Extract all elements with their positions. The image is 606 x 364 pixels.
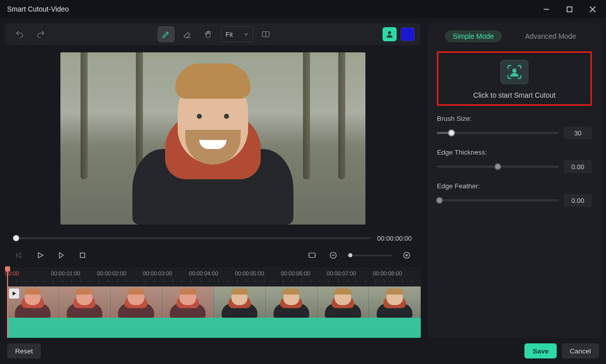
timeline-label: 00:00: [5, 270, 19, 276]
edge-feather-slider[interactable]: [437, 196, 559, 205]
seek-bar: 00:00:00:00: [5, 231, 421, 245]
edge-feather-control: Edge Feather: 0.00: [437, 182, 592, 207]
video-preview[interactable]: [60, 52, 365, 225]
app-window: Smart Cutout-Video Fit: [0, 0, 606, 364]
svg-rect-9: [309, 253, 315, 258]
timecode-display: 00:00:00:00: [377, 235, 412, 242]
hand-tool-button[interactable]: [200, 26, 217, 42]
edge-thickness-control: Edge Thickness: 0.00: [437, 149, 592, 173]
smart-cutout-label: Click to start Smart Cutout: [473, 91, 555, 99]
brush-size-value[interactable]: 30: [564, 126, 592, 139]
start-smart-cutout-button[interactable]: [500, 60, 528, 84]
settings-panel: Simple Mode Advanced Mode Click to start…: [428, 23, 601, 338]
minimize-button[interactable]: [542, 5, 551, 14]
zoom-slider[interactable]: [347, 255, 393, 256]
advanced-mode-tab[interactable]: Advanced Mode: [517, 30, 584, 42]
edge-thickness-slider[interactable]: [437, 162, 559, 171]
chevron-down-icon: [244, 32, 249, 37]
timeline-label: 00:00:06:00: [281, 270, 310, 276]
smart-cutout-callout: Click to start Smart Cutout: [437, 51, 592, 106]
svg-rect-1: [567, 7, 572, 12]
timeline-thumbnails[interactable]: [7, 286, 421, 318]
clip-play-icon: [9, 288, 19, 299]
mode-switch: Simple Mode Advanced Mode: [437, 30, 592, 42]
brush-size-label: Brush Size:: [437, 115, 592, 122]
eraser-tool-button[interactable]: [179, 26, 196, 42]
mark-range-button[interactable]: [305, 248, 319, 262]
zoom-knob[interactable]: [348, 253, 352, 257]
redo-button[interactable]: [32, 26, 49, 42]
next-frame-button[interactable]: [54, 248, 68, 262]
edge-thickness-value[interactable]: 0.00: [564, 160, 592, 173]
save-button[interactable]: Save: [524, 343, 557, 358]
zoom-fit-label: Fit: [225, 31, 233, 38]
svg-point-6: [388, 31, 391, 34]
timeline-thumb: [318, 286, 369, 318]
timeline-label: 00:00:07:00: [327, 270, 356, 276]
preview-viewport: [5, 45, 421, 231]
timeline: 00:00 00:00:01:00 00:00:02:00 00:00:03:0…: [5, 267, 421, 338]
stop-button[interactable]: [75, 248, 90, 262]
playback-controls: [5, 245, 421, 265]
maximize-button[interactable]: [565, 5, 574, 14]
timeline-label: 00:00:05:00: [235, 270, 264, 276]
footer: Reset Save Cancel: [0, 338, 606, 364]
zoom-in-button[interactable]: [400, 248, 414, 262]
close-button[interactable]: [588, 5, 597, 14]
brush-tool-button[interactable]: [158, 26, 175, 42]
zoom-out-button[interactable]: [326, 248, 340, 262]
seek-track[interactable]: [14, 237, 371, 239]
svg-rect-8: [81, 253, 85, 258]
zoom-fit-dropdown[interactable]: Fit: [221, 26, 253, 42]
preview-toolbar: Fit: [5, 23, 421, 45]
left-column: Fit: [5, 23, 421, 338]
window-buttons: [542, 5, 602, 14]
smart-cutout-icon: [505, 63, 523, 81]
title-bar: Smart Cutout-Video: [0, 0, 606, 18]
main-area: Fit: [0, 18, 606, 338]
play-button[interactable]: [33, 248, 47, 262]
edge-feather-label: Edge Feather:: [437, 182, 592, 190]
foreground-preview-toggle[interactable]: [383, 27, 397, 41]
seek-knob[interactable]: [13, 235, 19, 241]
timeline-thumb: [59, 286, 111, 318]
timeline-thumb: [266, 286, 318, 318]
timeline-label: 00:00:03:00: [143, 270, 172, 276]
svg-point-17: [512, 68, 516, 72]
edge-feather-value[interactable]: 0.00: [564, 194, 592, 207]
edge-thickness-label: Edge Thickness:: [437, 149, 592, 156]
reset-button[interactable]: Reset: [7, 343, 41, 358]
timeline-thumb: [214, 286, 266, 318]
cancel-button[interactable]: Cancel: [562, 343, 599, 358]
brush-size-slider[interactable]: [437, 128, 559, 137]
timeline-label: 00:00:04:00: [189, 270, 218, 276]
undo-button[interactable]: [11, 26, 28, 42]
simple-mode-tab[interactable]: Simple Mode: [445, 30, 502, 42]
timeline-label: 00:00:02:00: [97, 270, 126, 276]
brush-size-control: Brush Size: 30: [437, 115, 592, 139]
timeline-thumb: [369, 286, 421, 318]
timeline-label: 00:00:08:00: [373, 270, 402, 276]
timeline-thumb: [111, 286, 163, 318]
timeline-thumb: [162, 286, 214, 318]
window-title: Smart Cutout-Video: [7, 5, 69, 13]
timeline-ruler[interactable]: 00:00 00:00:01:00 00:00:02:00 00:00:03:0…: [5, 270, 421, 284]
timeline-clip-track[interactable]: [7, 318, 421, 338]
background-color-swatch[interactable]: [401, 27, 415, 41]
compare-view-button[interactable]: [257, 26, 274, 42]
prev-frame-button[interactable]: [12, 248, 26, 262]
timeline-label: 00:00:01:00: [51, 270, 80, 276]
